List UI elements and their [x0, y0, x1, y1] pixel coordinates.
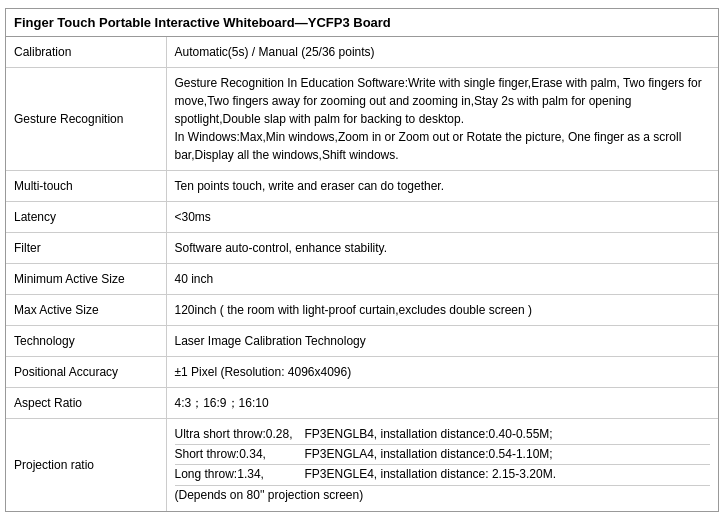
table-row: Aspect Ratio 4:3；16:9；16:10	[6, 388, 718, 419]
row-label: Minimum Active Size	[6, 264, 166, 295]
proj-model-0: FP3ENGLB4, installation distance:0.40-0.…	[305, 425, 711, 445]
projection-row: Ultra short throw:0.28, FP3ENGLB4, insta…	[175, 425, 711, 445]
row-label: Technology	[6, 326, 166, 357]
row-value: 4:3；16:9；16:10	[166, 388, 718, 419]
row-value: Ten points touch, write and eraser can d…	[166, 171, 718, 202]
table-row: Gesture Recognition Gesture Recognition …	[6, 68, 718, 171]
table-row: Technology Laser Image Calibration Techn…	[6, 326, 718, 357]
row-label: Filter	[6, 233, 166, 264]
projection-note-row: (Depends on 80'' projection screen)	[175, 485, 711, 505]
proj-throw-2: Long throw:1.34,	[175, 465, 305, 485]
table-row: Minimum Active Size 40 inch	[6, 264, 718, 295]
row-label: Aspect Ratio	[6, 388, 166, 419]
proj-model-1: FP3ENGLA4, installation distance:0.54-1.…	[305, 445, 711, 465]
projection-note: (Depends on 80'' projection screen)	[175, 485, 711, 505]
table-row: Multi-touch Ten points touch, write and …	[6, 171, 718, 202]
row-value: Automatic(5s) / Manual (25/36 points)	[166, 37, 718, 68]
row-value: 40 inch	[166, 264, 718, 295]
table-row: Latency <30ms	[6, 202, 718, 233]
proj-model-2: FP3ENGLE4, installation distance: 2.15-3…	[305, 465, 711, 485]
proj-throw-1: Short throw:0.34,	[175, 445, 305, 465]
spec-rows: Calibration Automatic(5s) / Manual (25/3…	[6, 37, 718, 511]
projection-value: Ultra short throw:0.28, FP3ENGLB4, insta…	[166, 419, 718, 511]
projection-table: Ultra short throw:0.28, FP3ENGLB4, insta…	[175, 425, 711, 505]
row-value: Gesture Recognition In Education Softwar…	[166, 68, 718, 171]
projection-row: Long throw:1.34, FP3ENGLE4, installation…	[175, 465, 711, 485]
spec-table: Finger Touch Portable Interactive Whiteb…	[5, 8, 719, 512]
row-label: Positional Accuracy	[6, 357, 166, 388]
table-row: Filter Software auto-control, enhance st…	[6, 233, 718, 264]
row-label: Multi-touch	[6, 171, 166, 202]
row-label: Max Active Size	[6, 295, 166, 326]
row-value: Laser Image Calibration Technology	[166, 326, 718, 357]
table-row: Calibration Automatic(5s) / Manual (25/3…	[6, 37, 718, 68]
table-row: Max Active Size 120inch ( the room with …	[6, 295, 718, 326]
row-value: <30ms	[166, 202, 718, 233]
row-value: ±1 Pixel (Resolution: 4096x4096)	[166, 357, 718, 388]
table-row: Projection ratio Ultra short throw:0.28,…	[6, 419, 718, 511]
row-label: Projection ratio	[6, 419, 166, 511]
row-value: 120inch ( the room with light-proof curt…	[166, 295, 718, 326]
row-value: Software auto-control, enhance stability…	[166, 233, 718, 264]
row-label: Latency	[6, 202, 166, 233]
row-label: Gesture Recognition	[6, 68, 166, 171]
table-title: Finger Touch Portable Interactive Whiteb…	[6, 9, 718, 37]
table-row: Positional Accuracy ±1 Pixel (Resolution…	[6, 357, 718, 388]
row-label: Calibration	[6, 37, 166, 68]
projection-row: Short throw:0.34, FP3ENGLA4, installatio…	[175, 445, 711, 465]
proj-throw-0: Ultra short throw:0.28,	[175, 425, 305, 445]
